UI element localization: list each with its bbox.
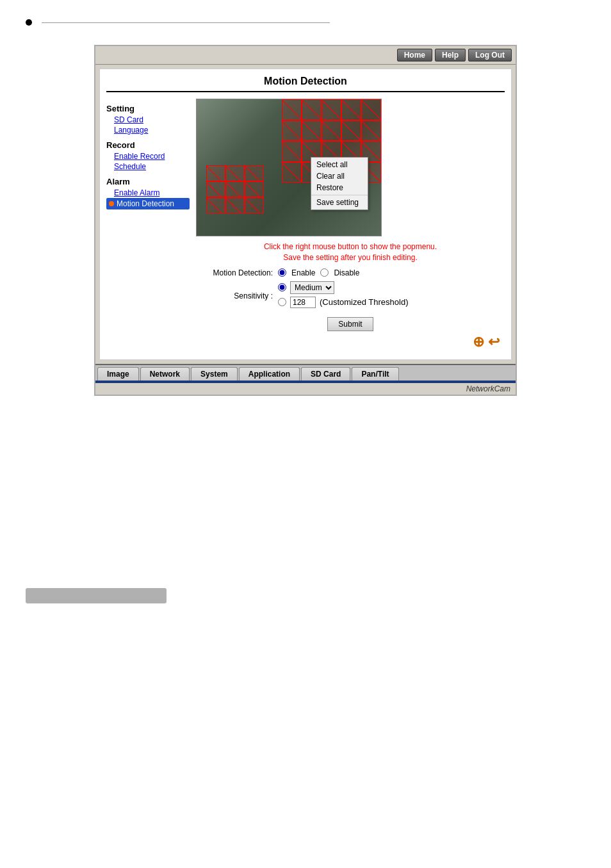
- bullet-line: [0, 13, 611, 32]
- grid-cell: [302, 99, 322, 120]
- sidebar-item-language[interactable]: Language: [106, 125, 190, 135]
- context-menu-selectall[interactable]: Select all: [311, 159, 368, 170]
- grid-bl-cell: [225, 181, 245, 197]
- sidebar-alarm-label: Alarm: [106, 177, 190, 186]
- sidebar-item-enablealarm[interactable]: Enable Alarm: [106, 188, 190, 198]
- top-nav: Home Help Log Out: [95, 46, 516, 65]
- tab-image[interactable]: Image: [97, 367, 139, 381]
- grid-cell: [282, 141, 302, 162]
- page-wrapper: Home Help Log Out Motion Detection Setti…: [0, 0, 611, 868]
- tab-pantilt[interactable]: Pan/Tilt: [352, 367, 398, 381]
- sensitivity-custom-row: (Customized Threshold): [278, 297, 408, 308]
- main-layout: Setting SD Card Language Record Enable R…: [106, 99, 505, 353]
- help-button[interactable]: Help: [435, 49, 466, 61]
- logout-button[interactable]: Log Out: [468, 49, 512, 61]
- submit-button[interactable]: Submit: [327, 317, 373, 331]
- context-menu-savesetting[interactable]: Save setting: [311, 197, 368, 208]
- disable-label: Disable: [334, 268, 359, 277]
- grid-cell: [361, 99, 381, 120]
- grid-cell: [322, 99, 341, 120]
- sensitivity-label: Sensitivity :: [196, 291, 273, 300]
- motion-detection-label: Motion Detection:: [196, 268, 273, 277]
- bottom-gray-bar: [26, 588, 167, 603]
- grid-bl-cell: [225, 165, 245, 181]
- main-container: Home Help Log Out Motion Detection Setti…: [94, 45, 517, 396]
- grid-bl-cell: [245, 181, 264, 197]
- sensitivity-medium-row: Medium: [278, 281, 408, 294]
- sidebar-item-enablerecord[interactable]: Enable Record: [106, 151, 190, 161]
- grid-bl-cell: [225, 197, 245, 213]
- tab-sdcard[interactable]: SD Card: [301, 367, 350, 381]
- bullet-underline: [42, 22, 330, 23]
- page-title: Motion Detection: [106, 76, 505, 92]
- camera-view[interactable]: Select all Clear all Restore Save settin…: [196, 99, 382, 236]
- tab-application[interactable]: Application: [239, 367, 300, 381]
- sensitivity-row: Sensitivity : Medium: [196, 281, 505, 311]
- grid-cell: [282, 162, 302, 183]
- threshold-input[interactable]: [290, 297, 316, 308]
- sidebar-item-sdcard[interactable]: SD Card: [106, 115, 190, 125]
- grid-cell: [361, 120, 381, 142]
- context-menu-restore[interactable]: Restore: [311, 182, 368, 193]
- grid-cell: [282, 120, 302, 142]
- submit-area: Submit: [196, 317, 505, 331]
- sidebar-item-schedule[interactable]: Schedule: [106, 161, 190, 172]
- bullet-dot: [26, 19, 32, 26]
- grid-bl-cell: [206, 165, 225, 181]
- grid-cell: [322, 120, 341, 142]
- context-menu-clearall[interactable]: Clear all: [311, 170, 368, 182]
- tab-system[interactable]: System: [191, 367, 238, 381]
- sidebar-record-label: Record: [106, 140, 190, 150]
- tab-network[interactable]: Network: [140, 367, 190, 381]
- logo-area: ⊕ ↩: [196, 331, 505, 353]
- grid-bl-cell: [245, 197, 264, 213]
- context-menu-separator: [311, 195, 368, 195]
- enable-label: Enable: [291, 268, 315, 277]
- grid-cell: [341, 99, 361, 120]
- sensitivity-controls: Medium (Customized Threshold): [278, 281, 408, 311]
- sidebar: Setting SD Card Language Record Enable R…: [106, 99, 190, 353]
- motion-detection-row: Motion Detection: Enable Disable: [196, 268, 505, 277]
- instruction-text: Click the right mouse button to show the…: [196, 242, 505, 263]
- logo-icon: ⊕ ↩: [473, 334, 500, 350]
- brand-name: NetworkCam: [466, 384, 510, 393]
- grid-bl-cell: [206, 197, 225, 213]
- sidebar-setting-label: Setting: [106, 104, 190, 113]
- home-button[interactable]: Home: [397, 49, 432, 61]
- medium-radio[interactable]: [278, 283, 286, 291]
- grid-cell: [282, 99, 302, 120]
- medium-select[interactable]: Medium: [290, 281, 334, 294]
- active-bullet-icon: [109, 201, 114, 206]
- brand-bar: NetworkCam: [95, 383, 516, 395]
- threshold-label: (Customized Threshold): [320, 297, 408, 307]
- sidebar-item-motiondetection[interactable]: Motion Detection: [106, 198, 190, 209]
- grid-bl-cell: [245, 165, 264, 181]
- bottom-tabs: Image Network System Application SD Card…: [95, 364, 516, 381]
- disable-radio[interactable]: [320, 268, 329, 277]
- settings-area: Click the right mouse button to show the…: [196, 242, 505, 331]
- custom-radio[interactable]: [278, 298, 286, 306]
- enable-radio[interactable]: [278, 268, 286, 277]
- content-area: Motion Detection Setting SD Card Languag…: [99, 69, 512, 360]
- grid-cell: [341, 120, 361, 142]
- context-menu: Select all Clear all Restore Save settin…: [311, 157, 368, 210]
- motion-detection-radio-group: Enable Disable: [278, 268, 359, 277]
- grid-cell: [302, 120, 322, 142]
- camera-section: Select all Clear all Restore Save settin…: [196, 99, 505, 353]
- grid-bl-cell: [206, 181, 225, 197]
- motion-grid-bottomleft: [206, 165, 264, 213]
